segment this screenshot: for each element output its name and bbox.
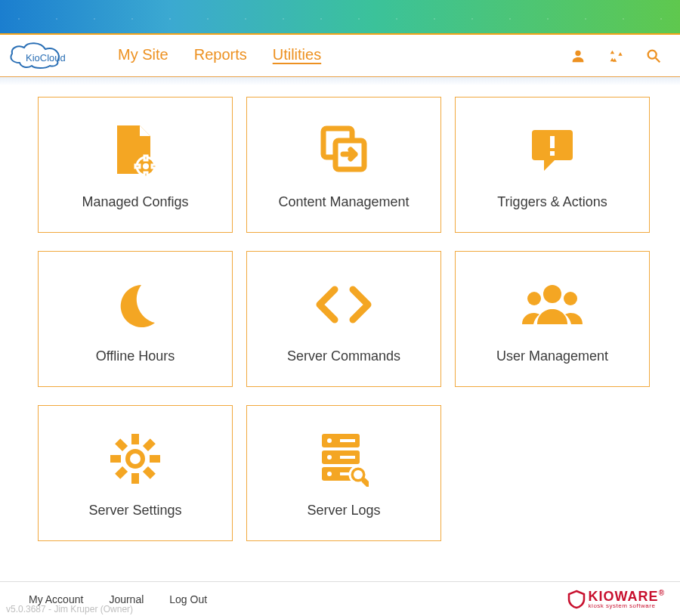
svg-point-16 (564, 292, 577, 305)
svg-rect-24 (143, 466, 156, 478)
svg-point-30 (327, 472, 332, 476)
alert-bubble-icon (526, 120, 579, 181)
svg-point-29 (327, 455, 332, 460)
logo-text: KioCloud (26, 52, 66, 63)
file-gear-icon (111, 120, 159, 181)
tile-label: User Management (496, 348, 608, 364)
tile-grid: Managed Configs Content Management Trigg… (0, 85, 680, 541)
moon-icon (111, 274, 159, 335)
top-banner (0, 0, 680, 35)
server-icon (319, 429, 369, 489)
tile-label: Server Logs (307, 503, 380, 518)
svg-rect-19 (110, 455, 121, 463)
tile-server-logs[interactable]: Server Logs (246, 405, 441, 541)
tile-offline-hours[interactable]: Offline Hours (38, 251, 233, 387)
footer-logout[interactable]: Log Out (169, 593, 207, 605)
nav-utilities[interactable]: Utilities (273, 46, 321, 65)
copy-arrow-icon (317, 120, 370, 181)
svg-point-35 (354, 470, 363, 479)
svg-point-4 (143, 163, 149, 169)
tile-label: Triggers & Actions (497, 194, 607, 210)
tile-label: Server Settings (88, 503, 181, 518)
tile-label: Managed Configs (82, 194, 188, 210)
nav-my-site[interactable]: My Site (118, 46, 168, 65)
svg-point-0 (575, 50, 580, 55)
svg-rect-6 (144, 172, 147, 177)
tile-content-management[interactable]: Content Management (246, 97, 441, 233)
svg-point-15 (527, 292, 541, 305)
svg-rect-13 (550, 151, 555, 156)
svg-rect-20 (150, 455, 160, 463)
footer-meta: v5.0.3687 - Jim Kruper (Owner) (6, 604, 133, 614)
subheader-gradient (0, 77, 680, 85)
svg-rect-21 (143, 438, 156, 451)
brand-main: KKIOWAREIOWARE® (589, 590, 665, 603)
nav-reports[interactable]: Reports (194, 46, 247, 65)
tile-label: Content Management (278, 194, 409, 210)
navbar: KioCloud My Site Reports Utilities (0, 35, 680, 77)
footer: My Account Journal Log Out KKIOWAREIOWAR… (0, 581, 680, 616)
svg-rect-7 (135, 165, 140, 168)
svg-point-28 (327, 438, 332, 443)
svg-rect-22 (115, 466, 128, 478)
tile-server-commands[interactable]: Server Commands (246, 251, 441, 387)
search-icon[interactable] (645, 48, 662, 64)
svg-rect-12 (550, 136, 555, 148)
svg-point-1 (648, 50, 657, 58)
svg-point-14 (543, 285, 561, 303)
users-icon (521, 274, 584, 335)
brand-logo[interactable]: KioCloud (5, 39, 110, 73)
svg-rect-23 (115, 438, 128, 451)
svg-line-2 (656, 57, 660, 62)
tile-server-settings[interactable]: Server Settings (38, 405, 233, 541)
tile-triggers-actions[interactable]: Triggers & Actions (455, 97, 650, 233)
tile-label: Offline Hours (96, 348, 175, 364)
nav-links: My Site Reports Utilities (118, 46, 321, 65)
brand-sub: kiosk system software (589, 603, 665, 609)
tile-user-management[interactable]: User Management (455, 251, 650, 387)
footer-brand[interactable]: KKIOWAREIOWARE® kiosk system software (566, 589, 665, 610)
svg-rect-31 (340, 439, 355, 442)
nav-icons (570, 48, 662, 64)
svg-rect-18 (131, 473, 139, 484)
svg-rect-17 (131, 434, 139, 444)
tile-managed-configs[interactable]: Managed Configs (38, 97, 233, 233)
svg-rect-32 (340, 456, 355, 459)
tile-label: Server Commands (287, 348, 400, 364)
code-icon (314, 274, 374, 335)
svg-rect-5 (144, 156, 147, 160)
gear-icon (109, 429, 162, 489)
svg-rect-8 (152, 165, 156, 168)
person-icon[interactable] (570, 48, 586, 64)
recycle-icon[interactable] (607, 48, 624, 64)
